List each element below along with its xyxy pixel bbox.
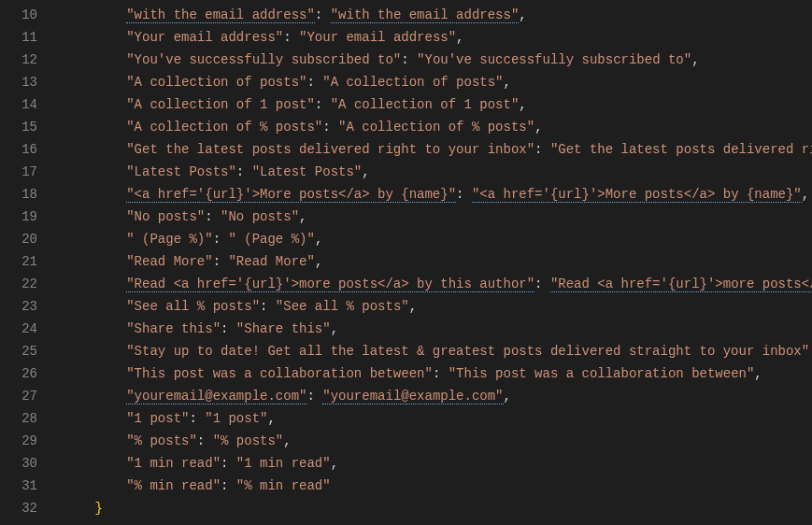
json-value: "1 min read": [236, 456, 331, 471]
code-area[interactable]: "with the email address": "with the emai…: [56, 0, 812, 525]
code-line[interactable]: "You've successfully subscribed to": "Yo…: [64, 49, 812, 71]
code-line[interactable]: "with the email address": "with the emai…: [64, 4, 812, 26]
json-key: "A collection of % posts": [126, 120, 322, 135]
colon: :: [213, 232, 229, 247]
code-line[interactable]: "A collection of posts": "A collection o…: [64, 71, 812, 93]
comma: ,: [315, 232, 322, 247]
json-key: "Share this": [126, 321, 221, 336]
code-line[interactable]: "A collection of % posts": "A collection…: [64, 116, 812, 138]
json-value: "with the email address": [331, 7, 520, 23]
comma: ,: [534, 120, 542, 135]
code-line[interactable]: "<a href='{url}'>More posts</a> by {name…: [64, 183, 812, 206]
colon: :: [456, 187, 472, 202]
json-key: " (Page %)": [126, 232, 212, 247]
code-line[interactable]: " (Page %)": " (Page %)",: [64, 228, 812, 250]
line-number: 32: [0, 497, 56, 519]
code-line[interactable]: "A collection of 1 post": "A collection …: [64, 93, 812, 116]
comma: ,: [267, 411, 275, 426]
code-line[interactable]: "youremail@example.com": "youremail@exam…: [64, 385, 812, 407]
comma: ,: [504, 75, 511, 90]
colon: :: [236, 164, 252, 179]
json-key: "Read <a href='{url}'>more posts</a> by …: [126, 277, 534, 292]
code-line[interactable]: "Get the latest posts delivered right to…: [64, 138, 812, 161]
code-line[interactable]: "This post was a collaboration between":…: [64, 362, 812, 385]
colon: :: [306, 389, 322, 404]
code-line[interactable]: "Read <a href='{url}'>more posts</a> by …: [64, 273, 812, 295]
code-line[interactable]: "Share this": "Share this",: [64, 318, 812, 340]
code-line[interactable]: "Stay up to date! Get all the latest & g…: [64, 340, 812, 362]
json-value: "A collection of 1 post": [331, 97, 520, 112]
colon: :: [534, 142, 550, 157]
colon: :: [221, 478, 236, 493]
json-key: "youremail@example.com": [126, 389, 306, 404]
code-line[interactable]: "Read More": "Read More",: [64, 250, 812, 273]
json-value: "You've successfully subscribed to": [417, 52, 691, 67]
comma: ,: [299, 209, 306, 224]
json-value: "A collection of % posts": [338, 120, 534, 135]
json-key: "This post was a collaboration between": [126, 366, 433, 381]
json-value: "Get the latest posts delivered right to…: [550, 142, 812, 157]
line-number: 21: [0, 250, 56, 273]
colon: :: [306, 75, 322, 90]
line-number: 23: [0, 295, 56, 318]
colon: :: [205, 209, 221, 224]
line-number: 25: [0, 340, 56, 362]
colon: :: [433, 366, 449, 381]
code-line[interactable]: "Your email address": "Your email addres…: [64, 26, 812, 49]
code-line[interactable]: "1 min read": "1 min read",: [64, 452, 812, 475]
code-line[interactable]: "Latest Posts": "Latest Posts",: [64, 161, 812, 183]
colon: :: [197, 433, 213, 448]
json-value: "Latest Posts": [252, 164, 363, 179]
line-number: 17: [0, 161, 56, 183]
line-number: 15: [0, 116, 56, 138]
json-key: "% min read": [126, 478, 221, 493]
line-number: 20: [0, 228, 56, 250]
comma: ,: [315, 254, 322, 269]
json-value: "This post was a collaboration between": [449, 366, 755, 381]
json-key: "with the email address": [126, 7, 315, 23]
json-key: "% posts": [126, 433, 197, 448]
line-number: 11: [0, 26, 56, 49]
line-number: 28: [0, 407, 56, 430]
colon: :: [283, 30, 299, 45]
comma: ,: [409, 299, 417, 314]
code-editor[interactable]: 1011121314151617181920212223242526272829…: [0, 0, 812, 525]
line-number: 12: [0, 49, 56, 71]
line-number: 29: [0, 430, 56, 452]
comma: ,: [456, 30, 463, 45]
json-value: "Read More": [228, 254, 314, 269]
json-key: "A collection of posts": [126, 75, 306, 90]
json-key: "Stay up to date! Get all the latest & g…: [126, 344, 809, 359]
json-value: "Read <a href='{url}'>more posts</a> by …: [550, 277, 812, 292]
comma: ,: [331, 456, 338, 471]
colon: :: [213, 254, 229, 269]
colon: :: [221, 456, 236, 471]
colon: :: [315, 97, 331, 112]
colon: :: [260, 299, 276, 314]
code-line[interactable]: "% min read": "% min read": [64, 475, 812, 497]
comma: ,: [331, 321, 338, 336]
comma: ,: [519, 7, 526, 22]
colon: :: [322, 120, 338, 135]
line-number: 10: [0, 4, 56, 26]
line-number: 30: [0, 452, 56, 475]
comma: ,: [519, 97, 526, 112]
json-value: "A collection of posts": [322, 75, 503, 90]
line-number: 27: [0, 385, 56, 407]
colon: :: [221, 321, 236, 336]
json-value: "No posts": [221, 209, 299, 224]
json-key: "You've successfully subscribed to": [126, 52, 401, 67]
json-key: "Latest Posts": [126, 164, 236, 179]
code-line[interactable]: "No posts": "No posts",: [64, 206, 812, 228]
json-key: "See all % posts": [126, 299, 260, 314]
json-value: "% posts": [213, 433, 284, 448]
code-line[interactable]: }: [64, 497, 812, 519]
colon: :: [534, 277, 550, 291]
colon: :: [189, 411, 205, 426]
line-number: 24: [0, 318, 56, 340]
code-line[interactable]: "% posts": "% posts",: [64, 430, 812, 452]
code-line[interactable]: "1 post": "1 post",: [64, 407, 812, 430]
comma: ,: [802, 187, 809, 202]
code-line[interactable]: "See all % posts": "See all % posts",: [64, 295, 812, 318]
line-number: 18: [0, 183, 56, 206]
